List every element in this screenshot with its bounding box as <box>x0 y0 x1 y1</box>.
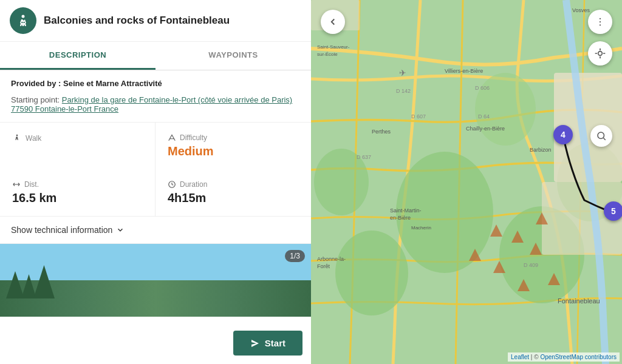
show-technical-button[interactable]: Show technical information <box>0 217 311 244</box>
content-area: Provided by : Seine et Marne Attractivit… <box>0 70 311 364</box>
svg-point-0 <box>22 15 25 18</box>
svg-text:Barbizon: Barbizon <box>530 147 552 153</box>
svg-point-53 <box>598 132 604 139</box>
duration-value: 4h15m <box>168 191 299 205</box>
svg-text:D 607: D 607 <box>411 113 426 120</box>
svg-point-1 <box>16 135 18 136</box>
svg-text:D 64: D 64 <box>478 113 490 120</box>
show-technical-label: Show technical information <box>11 225 112 235</box>
provided-by-value: Seine et Marne Attractivité <box>63 79 162 88</box>
header: Balconies and rocks of Fontainebleau <box>0 0 311 42</box>
svg-text:D 637: D 637 <box>357 154 371 160</box>
tab-description[interactable]: DESCRIPTION <box>0 42 156 70</box>
distance-value: 16.5 km <box>12 191 143 205</box>
svg-text:D 606: D 606 <box>475 85 490 91</box>
left-panel: Balconies and rocks of Fontainebleau DES… <box>0 0 311 364</box>
svg-text:Perthes: Perthes <box>372 129 391 135</box>
svg-point-49 <box>600 18 601 19</box>
leaflet-link[interactable]: Leaflet <box>511 354 529 360</box>
provided-by: Provided by : Seine et Marne Attractivit… <box>0 70 311 92</box>
photo-counter: 1/3 <box>285 250 305 262</box>
distance-label: Dist. <box>12 180 143 189</box>
waypoint-5: 5 <box>604 201 622 221</box>
starting-point-label: Starting point: <box>11 95 60 104</box>
svg-text:Arbonne-la-: Arbonne-la- <box>317 256 346 262</box>
svg-text:Macherin: Macherin <box>411 225 431 231</box>
waypoint-4: 4 <box>553 125 573 144</box>
map-svg: Boissettes Dammarie- les-Lys Vosves Livr… <box>311 0 622 364</box>
chevron-down-icon <box>116 226 125 234</box>
provided-by-label: Provided by : <box>11 79 61 88</box>
svg-text:Saint-Martin-: Saint-Martin- <box>390 207 422 214</box>
activity-label: Walk <box>12 133 143 143</box>
map-panel: Boissettes Dammarie- les-Lys Vosves Livr… <box>311 0 622 364</box>
svg-point-7 <box>335 231 408 315</box>
svg-text:Chailly-en-Bière: Chailly-en-Bière <box>466 126 505 132</box>
svg-text:Villiers-en-Bière: Villiers-en-Bière <box>445 68 483 74</box>
start-button-label: Start <box>265 338 285 348</box>
photo-image <box>0 244 311 317</box>
stat-distance: Dist. 16.5 km <box>0 169 156 216</box>
map-attribution: Leaflet | © OpenStreetMap contributors <box>508 352 620 362</box>
svg-text:✈: ✈ <box>399 68 406 78</box>
tabs: DESCRIPTION WAYPOINTS <box>0 42 311 70</box>
photo-section: 1/3 <box>0 244 311 317</box>
svg-text:Fontainebleau: Fontainebleau <box>558 297 600 305</box>
osm-link[interactable]: OpenStreetMap contributors <box>540 354 617 360</box>
svg-text:Forêt: Forêt <box>317 263 330 269</box>
svg-point-9 <box>475 73 536 146</box>
stat-difficulty: Difficulty Medium <box>156 123 311 169</box>
svg-text:Saint-Sauveur-: Saint-Sauveur- <box>317 44 350 50</box>
stat-duration: Duration 4h15m <box>156 169 311 216</box>
navigation-icon <box>250 339 260 348</box>
stat-activity: Walk <box>0 123 156 169</box>
svg-point-51 <box>600 24 601 25</box>
svg-marker-3 <box>251 340 259 347</box>
svg-point-50 <box>600 21 601 22</box>
stats-grid: Walk Difficulty Medium <box>0 122 311 217</box>
map-more-button[interactable] <box>588 10 612 34</box>
svg-text:D 409: D 409 <box>524 262 538 268</box>
difficulty-value: Medium <box>168 144 299 158</box>
starting-point: Starting point: Parking de la gare de Fo… <box>0 92 311 122</box>
activity-icon <box>10 7 36 34</box>
difficulty-label: Difficulty <box>168 133 299 142</box>
svg-text:sur-École: sur-École <box>317 52 338 57</box>
duration-label: Duration <box>168 180 299 189</box>
page-title: Balconies and rocks of Fontainebleau <box>44 15 230 27</box>
start-button[interactable]: Start <box>233 331 302 356</box>
map-search-button[interactable] <box>590 125 612 147</box>
svg-point-52 <box>598 52 603 56</box>
svg-text:D 142: D 142 <box>396 88 411 94</box>
svg-text:en-Bière: en-Bière <box>390 215 411 221</box>
map-locate-button[interactable] <box>588 41 612 66</box>
map-back-button[interactable] <box>321 10 345 34</box>
svg-text:Vosves: Vosves <box>572 7 590 13</box>
tab-waypoints[interactable]: WAYPOINTS <box>156 42 311 70</box>
